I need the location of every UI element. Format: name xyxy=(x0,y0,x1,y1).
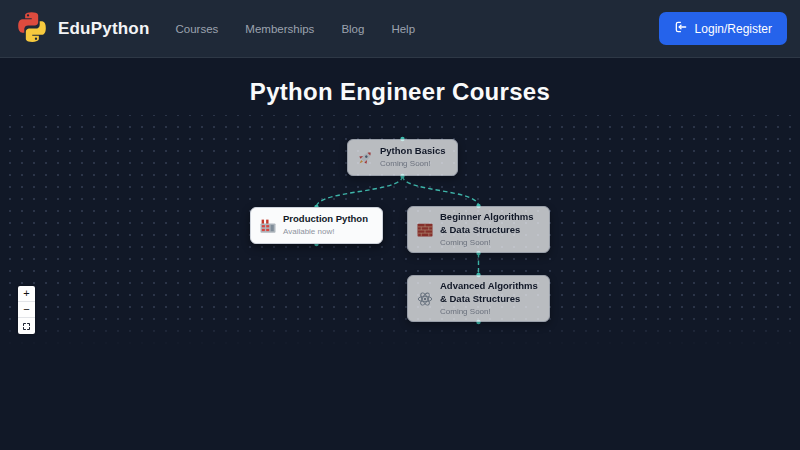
rocket-icon xyxy=(356,149,374,167)
course-status: Coming Soon! xyxy=(380,159,445,169)
brick-icon xyxy=(416,221,434,239)
course-flow-canvas[interactable]: Python Basics Coming Soon! Production Py… xyxy=(0,115,800,347)
login-register-button[interactable]: Login/Register xyxy=(659,12,787,45)
python-logo-icon xyxy=(13,10,51,48)
fit-view-button[interactable] xyxy=(18,318,35,334)
course-status: Coming Soon! xyxy=(440,307,538,317)
course-node-production-python[interactable]: Production Python Available now! xyxy=(250,207,383,244)
login-icon xyxy=(674,20,688,37)
brand-link[interactable]: EduPython xyxy=(13,10,150,48)
course-title-line1: Advanced Algorithms xyxy=(440,280,538,293)
main-nav: Courses Memberships Blog Help xyxy=(176,23,416,35)
page-title: Python Engineer Courses xyxy=(0,78,800,106)
course-title-line1: Beginner Algorithms xyxy=(440,211,534,224)
nav-item-blog[interactable]: Blog xyxy=(341,23,364,35)
edge-basics-to-beginner xyxy=(403,176,479,206)
course-title-line2: & Data Structures xyxy=(440,293,538,306)
flow-controls: + − xyxy=(18,286,35,334)
atom-icon xyxy=(416,290,434,308)
course-title: Production Python xyxy=(283,213,368,226)
course-node-advanced-algorithms[interactable]: Advanced Algorithms & Data Structures Co… xyxy=(407,275,550,322)
login-label: Login/Register xyxy=(695,22,772,36)
fit-view-icon xyxy=(22,322,31,331)
zoom-in-button[interactable]: + xyxy=(18,286,35,302)
zoom-out-button[interactable]: − xyxy=(18,302,35,318)
nav-item-help[interactable]: Help xyxy=(391,23,415,35)
header: EduPython Courses Memberships Blog Help … xyxy=(0,0,800,58)
factory-icon xyxy=(259,217,277,235)
course-status: Available now! xyxy=(283,227,368,237)
course-node-python-basics[interactable]: Python Basics Coming Soon! xyxy=(347,139,458,176)
course-title: Python Basics xyxy=(380,145,445,158)
nav-item-memberships[interactable]: Memberships xyxy=(245,23,314,35)
course-title-line2: & Data Structures xyxy=(440,224,534,237)
edge-basics-to-production xyxy=(317,176,403,207)
course-status: Coming Soon! xyxy=(440,238,534,248)
nav-item-courses[interactable]: Courses xyxy=(176,23,219,35)
course-node-beginner-algorithms[interactable]: Beginner Algorithms & Data Structures Co… xyxy=(407,206,550,253)
brand-name: EduPython xyxy=(58,19,150,39)
